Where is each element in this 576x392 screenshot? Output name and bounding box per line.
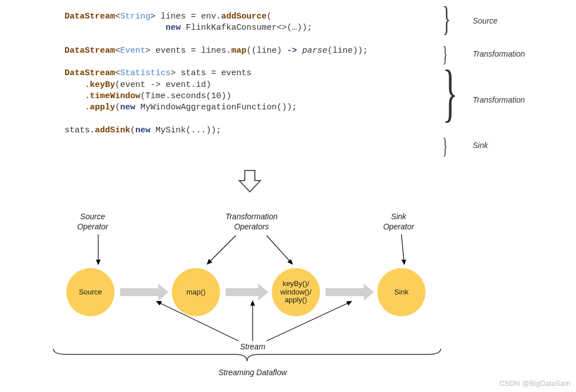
brace-icon: } — [442, 0, 451, 39]
svg-line-1 — [208, 236, 236, 264]
code-token: DataStream — [65, 46, 115, 56]
operator-map: map() — [172, 268, 220, 316]
operator-sink: Sink — [377, 268, 426, 316]
code-token — [297, 46, 302, 56]
code-token: Event — [120, 46, 145, 56]
code-token: . — [65, 103, 90, 112]
node-label: map() — [186, 288, 205, 297]
code-token: (Time.seconds(10)) — [140, 91, 231, 101]
code-token: ( — [130, 126, 135, 135]
code-token: MySink(...)); — [150, 126, 221, 135]
code-token: (line)); — [327, 46, 368, 56]
code-token: Statistics — [120, 68, 171, 78]
code-token: -> — [287, 46, 297, 56]
code-token: addSource — [221, 12, 267, 21]
code-token: DataStream — [65, 68, 115, 78]
flow-arrow-icon — [326, 288, 365, 296]
down-arrow-icon — [238, 169, 262, 193]
label-streaming-dataflow: Streaming Dataflow — [196, 368, 309, 377]
label-transformation: Transformation — [473, 49, 525, 58]
code-token: addSink — [95, 126, 130, 135]
code-token: (event -> event.id) — [115, 80, 211, 90]
code-token: apply — [90, 103, 115, 112]
flow-arrow-icon — [120, 288, 159, 296]
code-token: > events = lines. — [145, 46, 231, 56]
code-token: String — [120, 12, 150, 21]
node-label: Source — [79, 288, 102, 297]
code-token: new — [135, 126, 150, 135]
code-token — [65, 23, 166, 33]
watermark: CSDN @BigDataSam — [499, 379, 570, 388]
code-token: > lines = env. — [150, 12, 221, 21]
svg-line-3 — [401, 234, 404, 264]
brace-icon: } — [442, 133, 448, 159]
label-source: Source — [473, 16, 497, 25]
operator-source: Source — [66, 268, 115, 316]
code-token: stats. — [65, 126, 95, 135]
label-transformation-2: Transformation — [473, 95, 525, 104]
node-label: keyBy()/ window()/ apply() — [280, 280, 312, 305]
code-token: MyWindowAggregationFunction()); — [135, 103, 297, 112]
code-block: DataStream<String> lines = env.addSource… — [65, 11, 368, 136]
code-token: DataStream — [65, 12, 115, 21]
label-sink: Sink — [473, 141, 488, 150]
operator-keyby-window-apply: keyBy()/ window()/ apply() — [272, 268, 320, 316]
code-token: timeWindow — [90, 91, 140, 101]
brace-icon: } — [442, 56, 458, 130]
dataflow-diagram: Source Operator Transformation Operators… — [45, 212, 494, 363]
code-token: > stats = events — [171, 68, 252, 78]
flow-arrow-icon — [226, 288, 259, 296]
code-token: . — [65, 91, 90, 101]
code-token: FlinkKafkaConsumer<>(…)); — [181, 23, 312, 33]
code-token: new — [166, 23, 181, 33]
code-token: new — [120, 103, 135, 112]
node-label: Sink — [394, 288, 408, 297]
code-token: map — [231, 46, 246, 56]
code-token: . — [65, 80, 90, 90]
code-token: parse — [302, 46, 327, 56]
bottom-brace-icon — [51, 348, 444, 365]
code-token: ( — [115, 103, 120, 112]
code-token: keyBy — [90, 80, 115, 90]
code-token: ( — [267, 12, 272, 21]
code-token: ((line) — [246, 46, 287, 56]
svg-line-2 — [267, 236, 292, 264]
